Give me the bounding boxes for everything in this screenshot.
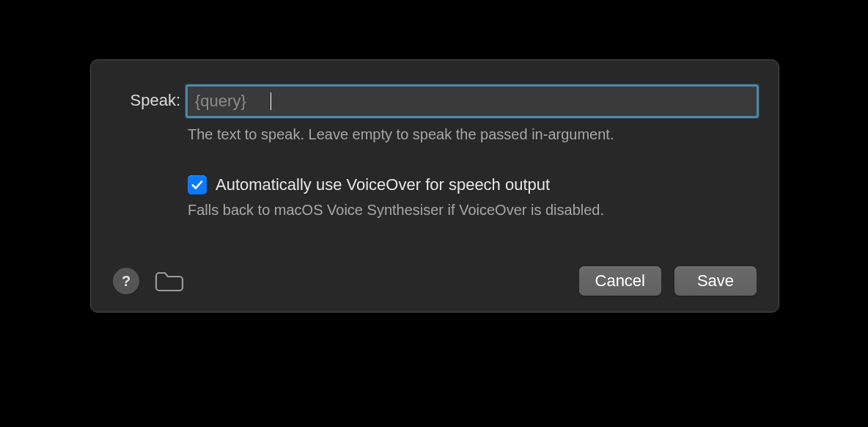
- folder-icon: [154, 269, 185, 293]
- speak-field-wrap: The text to speak. Leave empty to speak …: [188, 87, 757, 219]
- voiceover-row: Automatically use VoiceOver for speech o…: [188, 175, 757, 194]
- save-button[interactable]: Save: [674, 266, 757, 296]
- speak-input[interactable]: [188, 87, 757, 116]
- checkmark-icon: [191, 178, 204, 191]
- text-cursor: [271, 92, 271, 110]
- cancel-button[interactable]: Cancel: [579, 266, 661, 296]
- speak-row: Speak: The text to speak. Leave empty to…: [113, 87, 757, 219]
- dialog-footer: ? Cancel Save: [113, 266, 757, 296]
- help-icon: ?: [122, 273, 130, 290]
- speak-help-text: The text to speak. Leave empty to speak …: [188, 126, 757, 143]
- voiceover-checkbox[interactable]: [188, 175, 207, 194]
- speak-label: Speak:: [113, 87, 188, 110]
- voiceover-label[interactable]: Automatically use VoiceOver for speech o…: [216, 175, 550, 194]
- help-button[interactable]: ?: [113, 268, 139, 294]
- reveal-folder-button[interactable]: [152, 268, 186, 294]
- voiceover-help-text: Falls back to macOS Voice Synthesiser if…: [188, 202, 757, 219]
- settings-dialog: Speak: The text to speak. Leave empty to…: [90, 59, 779, 313]
